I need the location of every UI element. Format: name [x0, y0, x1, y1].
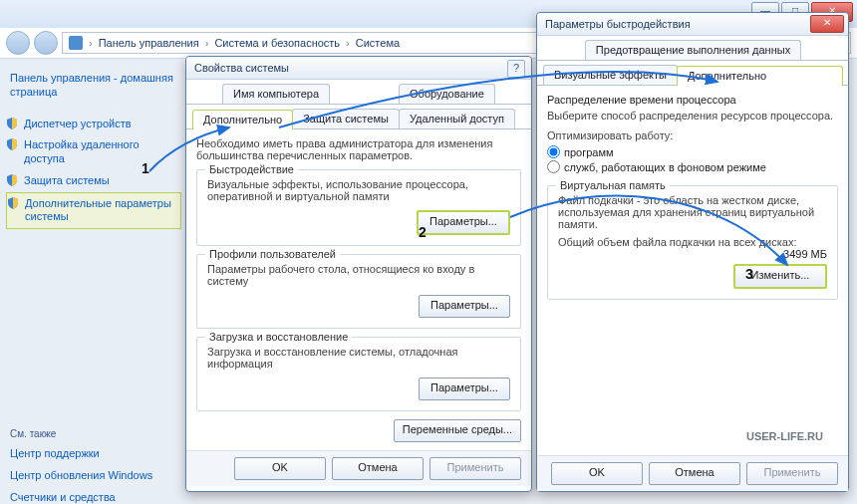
- ok-button[interactable]: OK: [551, 462, 643, 485]
- tab-computer-name[interactable]: Имя компьютера: [222, 84, 330, 104]
- help-button[interactable]: ?: [507, 60, 525, 78]
- dialog-buttons: OK Отмена Применить: [186, 450, 531, 486]
- shield-icon: [6, 138, 18, 150]
- tab-dep[interactable]: Предотвращение выполнения данных: [585, 40, 801, 60]
- control-panel-sidebar: Панель управления - домашняя страница Ди…: [6, 68, 181, 494]
- group-legend: Профили пользователей: [205, 248, 340, 260]
- vmem-total-value: 3499 МБ: [783, 248, 827, 260]
- tabstrip-row2: Дополнительно Защита системы Удаленный д…: [186, 105, 531, 129]
- env-vars-button[interactable]: Переменные среды...: [394, 419, 521, 442]
- dialog-title: Свойства системы: [194, 62, 289, 74]
- sidebar-item-label: Защита системы: [24, 174, 110, 186]
- sidebar-item-system-protection[interactable]: Защита системы: [6, 170, 181, 192]
- radio-input[interactable]: [547, 160, 560, 173]
- sidebar-item-advanced-system-settings[interactable]: Дополнительные параметры системы: [6, 192, 181, 230]
- nav-forward-icon[interactable]: [34, 31, 58, 55]
- virtual-memory-group: Виртуальная память Файл подкачки - это о…: [547, 185, 838, 300]
- sidebar-item-label: Дополнительные параметры системы: [25, 197, 171, 223]
- performance-group: Быстродействие Визуальные эффекты, испол…: [196, 169, 521, 246]
- chevron-right-icon: ›: [346, 37, 350, 49]
- step-number-3: 3: [745, 267, 753, 281]
- group-legend: Быстродействие: [205, 163, 298, 175]
- radio-input[interactable]: [547, 145, 560, 158]
- system-properties-dialog: Свойства системы ? Имя компьютера Оборуд…: [185, 56, 532, 492]
- ok-button[interactable]: OK: [234, 457, 326, 480]
- tabstrip-row1: Предотвращение выполнения данных: [537, 36, 848, 61]
- sidebar-item-label: Диспетчер устройств: [24, 118, 132, 129]
- crumb-3[interactable]: Система: [356, 37, 400, 49]
- cp-home-link[interactable]: Панель управления - домашняя страница: [6, 68, 181, 104]
- startup-recovery-group: Загрузка и восстановление Загрузка и вос…: [196, 337, 521, 411]
- tabstrip-row2: Визуальные эффекты Дополнительно: [537, 61, 848, 86]
- tab-advanced[interactable]: Дополнительно: [677, 66, 843, 86]
- tab-hardware[interactable]: Оборудование: [399, 84, 495, 104]
- dialog-caption: Свойства системы ?: [186, 57, 531, 80]
- crumb-2[interactable]: Система и безопасность: [214, 37, 340, 49]
- tab-advanced[interactable]: Дополнительно: [192, 110, 293, 129]
- cancel-button[interactable]: Отмена: [332, 457, 424, 480]
- startup-text: Загрузка и восстановление системы, отлад…: [207, 346, 510, 370]
- group-legend: Загрузка и восстановление: [205, 331, 352, 343]
- performance-settings-button[interactable]: Параметры...: [417, 210, 510, 235]
- startup-settings-button[interactable]: Параметры...: [419, 378, 510, 400]
- radio-services[interactable]: служб, работающих в фоновом режиме: [547, 160, 766, 173]
- sidebar-item-perf-tools[interactable]: Счетчики и средства производительности: [6, 487, 181, 505]
- dialog-buttons: OK Отмена Применить: [537, 455, 848, 491]
- shield-icon: [6, 118, 18, 129]
- tab-system-protection[interactable]: Защита системы: [292, 109, 400, 128]
- tabstrip-row1: Имя компьютера Оборудование: [186, 80, 531, 105]
- dialog-title: Параметры быстродействия: [545, 18, 691, 30]
- close-button[interactable]: ✕: [810, 15, 844, 33]
- step-number-2: 2: [419, 225, 427, 239]
- performance-text: Визуальные эффекты, использование процес…: [207, 178, 510, 202]
- apply-button[interactable]: Применить: [429, 457, 521, 480]
- nav-back-icon[interactable]: [6, 31, 30, 55]
- admin-note: Необходимо иметь права администратора дл…: [196, 137, 521, 161]
- chevron-right-icon: ›: [205, 37, 209, 49]
- performance-options-dialog: Параметры быстродействия ✕ Предотвращени…: [536, 12, 849, 492]
- radio-programs[interactable]: программ: [547, 145, 614, 158]
- shield-icon: [6, 174, 18, 186]
- control-panel-icon: [69, 36, 83, 50]
- vmem-total-label: Общий объем файла подкачки на всех диска…: [558, 236, 796, 248]
- sidebar-item-windows-update[interactable]: Центр обновления Windows: [6, 465, 181, 487]
- user-profiles-group: Профили пользователей Параметры рабочего…: [196, 254, 521, 329]
- chevron-right-icon: ›: [89, 37, 93, 49]
- shield-icon: [7, 197, 19, 209]
- dialog-caption: Параметры быстродействия ✕: [537, 13, 848, 36]
- vmem-text: Файл подкачки - это область на жестком д…: [558, 194, 827, 230]
- crumb-1[interactable]: Панель управления: [99, 37, 199, 49]
- see-also-heading: См. также: [10, 428, 181, 439]
- step-number-1: 1: [142, 161, 149, 175]
- cancel-button[interactable]: Отмена: [649, 462, 740, 485]
- sidebar-item-label: Настройка удаленного доступа: [24, 138, 140, 164]
- sched-optimize-label: Оптимизировать работу:: [547, 129, 838, 141]
- sched-heading: Распределение времени процессора: [547, 94, 838, 106]
- group-legend: Виртуальная память: [556, 179, 670, 191]
- sidebar-item-action-center[interactable]: Центр поддержки: [6, 443, 181, 465]
- sidebar-item-remote-settings[interactable]: Настройка удаленного доступа: [6, 134, 181, 170]
- tab-visual-effects[interactable]: Визуальные эффекты: [543, 65, 678, 85]
- apply-button[interactable]: Применить: [746, 462, 838, 485]
- sched-text: Выберите способ распределения ресурсов п…: [547, 110, 838, 122]
- profiles-text: Параметры рабочего стола, относящиеся ко…: [207, 263, 510, 287]
- sidebar-item-device-manager[interactable]: Диспетчер устройств: [6, 114, 181, 135]
- watermark: USER-LIFE.RU: [746, 430, 823, 442]
- profiles-settings-button[interactable]: Параметры...: [419, 295, 510, 318]
- tab-remote[interactable]: Удаленный доступ: [399, 109, 515, 128]
